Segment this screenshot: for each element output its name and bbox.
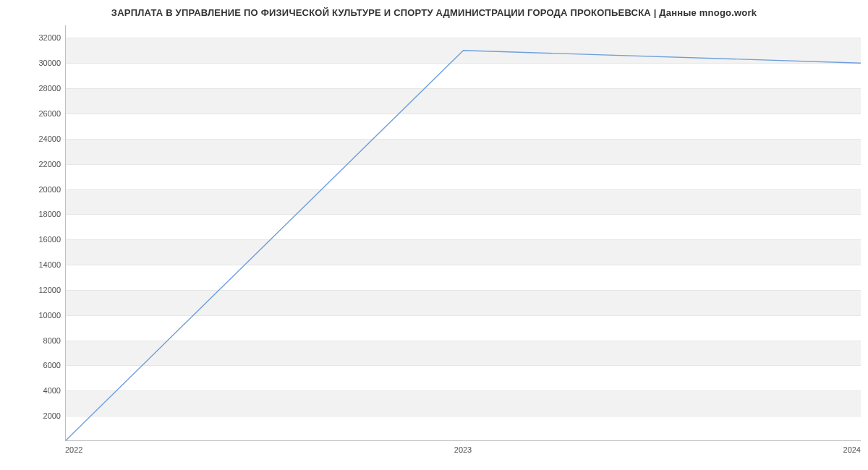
y-axis-tick: 24000 <box>3 134 61 143</box>
y-axis-tick: 4000 <box>3 386 61 395</box>
chart-container: ЗАРПЛАТА В УПРАВЛЕНИЕ ПО ФИЗИЧЕСКОЙ КУЛЬ… <box>0 0 868 470</box>
y-axis-tick: 18000 <box>3 210 61 218</box>
y-axis-tick: 6000 <box>3 361 61 369</box>
x-axis-tick: 2022 <box>65 445 82 454</box>
line-series <box>66 25 861 440</box>
chart-title: ЗАРПЛАТА В УПРАВЛЕНИЕ ПО ФИЗИЧЕСКОЙ КУЛЬ… <box>0 7 868 18</box>
y-axis-tick: 14000 <box>3 260 61 269</box>
y-axis-tick: 30000 <box>3 59 61 67</box>
y-axis-tick: 20000 <box>3 185 61 194</box>
plot-area <box>65 25 861 441</box>
y-axis-tick: 28000 <box>3 84 61 93</box>
y-axis-tick: 16000 <box>3 235 61 244</box>
y-axis-tick: 32000 <box>3 33 61 42</box>
y-axis-tick: 22000 <box>3 160 61 168</box>
y-axis-tick: 26000 <box>3 109 61 118</box>
x-axis-tick: 2023 <box>454 445 472 454</box>
y-axis-tick: 12000 <box>3 286 61 294</box>
y-axis-tick: 8000 <box>3 336 61 345</box>
y-axis-tick: 2000 <box>3 411 61 420</box>
x-axis-tick: 2024 <box>843 445 861 454</box>
y-axis-tick: 10000 <box>3 311 61 320</box>
